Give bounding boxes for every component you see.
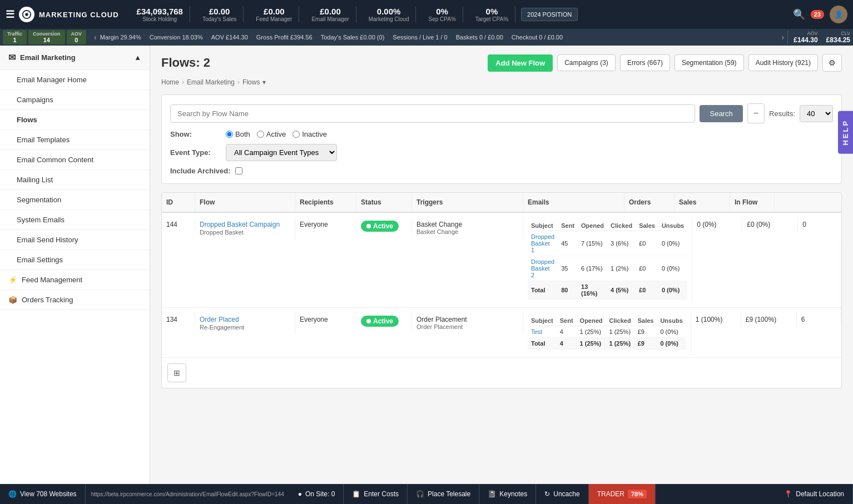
flow-134-in-flow: 6 bbox=[797, 312, 841, 327]
errors-button[interactable]: Errors (667) bbox=[620, 54, 670, 71]
sidebar-item-email-settings[interactable]: Email Settings bbox=[0, 250, 150, 270]
breadcrumb-home[interactable]: Home bbox=[161, 78, 179, 86]
sidebar-item-campaigns[interactable]: Campaigns bbox=[0, 90, 150, 110]
status-view-websites[interactable]: 🌐 View 708 Websites bbox=[0, 484, 86, 504]
sidebar-item-flows[interactable]: Flows bbox=[0, 110, 150, 130]
traffic-badge: Traffic 1 bbox=[3, 30, 27, 44]
campaigns-button[interactable]: Campaigns (3) bbox=[557, 54, 616, 71]
show-both-text: Both bbox=[235, 130, 250, 138]
sidebar-item-system-emails[interactable]: System Emails bbox=[0, 210, 150, 230]
event-type-label: Event Type: bbox=[170, 148, 215, 157]
th-orders: Orders bbox=[624, 193, 675, 212]
emails-table-144: Subject Sent Opened Clicked Sales Unsubs… bbox=[528, 221, 687, 300]
page-header: Flows: 2 Add New Flow Campaigns (3) Erro… bbox=[161, 54, 842, 72]
position-button[interactable]: 2024 POSITION bbox=[521, 8, 578, 21]
sidebar-item-email-send-history[interactable]: Email Send History bbox=[0, 230, 150, 250]
results-label: Results: bbox=[769, 109, 795, 118]
status-default-location[interactable]: 📍 Default Location bbox=[776, 484, 853, 504]
email-subject-144-1[interactable]: Dropped Basket 2 bbox=[528, 256, 558, 281]
grid-view-button[interactable]: ⊞ bbox=[167, 363, 186, 382]
status-bar-url: https://beta.irpcommerce.com/Administrat… bbox=[86, 491, 290, 497]
audit-history-button[interactable]: Audit History (921) bbox=[748, 54, 818, 71]
flow-134-link[interactable]: Order Placed bbox=[200, 316, 239, 323]
flow-144-status-badge: Active bbox=[361, 221, 399, 232]
breadcrumb-sep1: › bbox=[182, 78, 184, 86]
breadcrumb-email-marketing[interactable]: Email Marketing bbox=[187, 78, 235, 86]
help-panel[interactable]: HELP bbox=[838, 111, 853, 154]
avatar[interactable]: 👤 bbox=[830, 6, 847, 23]
status-keynotes[interactable]: 📓 Keynotes bbox=[479, 484, 536, 504]
segmentation-button[interactable]: Segmentation (59) bbox=[675, 54, 744, 71]
default-location-text: Default Location bbox=[796, 490, 844, 498]
logo-icon bbox=[19, 7, 34, 22]
email-subject-144-0[interactable]: Dropped Basket 1 bbox=[528, 231, 558, 256]
flow-134-recipients: Everyone bbox=[295, 312, 356, 327]
flow-144-link[interactable]: Dropped Basket Campaign bbox=[200, 221, 280, 228]
sidebar-item-mailing-list[interactable]: Mailing List bbox=[0, 170, 150, 190]
breadcrumb: Home › Email Marketing › Flows ▾ bbox=[161, 78, 842, 86]
sidebar-item-orders-tracking[interactable]: 📦 Orders Tracking bbox=[0, 290, 150, 310]
show-both-radio[interactable] bbox=[226, 131, 233, 138]
emails-134-body: Test 4 1 (25%) 1 (25%) £9 0 (0%) Total 4… bbox=[528, 326, 686, 350]
email-subject-134-0[interactable]: Test bbox=[528, 326, 557, 338]
collapse-button[interactable]: − bbox=[747, 103, 765, 123]
status-trader[interactable]: TRADER 78% bbox=[589, 484, 656, 504]
show-active-label[interactable]: Active bbox=[257, 130, 286, 138]
ticker-item: Checkout 0 / £0.00 bbox=[512, 34, 563, 41]
stock-holding-label: Stock Holding bbox=[137, 16, 183, 22]
search-icon[interactable]: 🔍 bbox=[793, 8, 805, 21]
app-logo[interactable]: ☰ MARKETING CLOUD bbox=[6, 7, 119, 22]
th-actions bbox=[775, 193, 841, 212]
flow-row-144: 144 Dropped Basket Campaign Dropped Bask… bbox=[162, 213, 841, 308]
ticker-next-button[interactable]: › bbox=[778, 33, 788, 42]
eh-unsubs: Unsubs bbox=[658, 221, 687, 231]
marketing-cloud-value: 0.00% bbox=[369, 7, 409, 16]
show-active-radio[interactable] bbox=[257, 131, 264, 138]
results-select[interactable]: 40 20 100 bbox=[800, 105, 833, 122]
add-new-flow-button[interactable]: Add New Flow bbox=[488, 54, 553, 72]
email-opened-144-0: 7 (15%) bbox=[578, 231, 607, 256]
ticker-prev-button[interactable]: ‹ bbox=[91, 33, 100, 42]
status-enter-costs[interactable]: 📋 Enter Costs bbox=[344, 484, 408, 504]
th-flow: Flow bbox=[195, 193, 295, 212]
email-sent-144-0: 45 bbox=[558, 231, 578, 256]
sidebar-item-segmentation[interactable]: Segmentation bbox=[0, 190, 150, 210]
email-unsubs-134-0: 0 (0%) bbox=[657, 326, 686, 338]
search-button[interactable]: Search bbox=[700, 105, 742, 122]
show-inactive-radio[interactable] bbox=[292, 131, 300, 138]
th-id: ID bbox=[162, 193, 195, 212]
include-archived-checkbox[interactable] bbox=[235, 167, 242, 174]
notification-badge[interactable]: 23 bbox=[811, 10, 824, 19]
sidebar: ✉ Email Marketing ▲ Email Manager HomeCa… bbox=[0, 46, 150, 484]
flow-144-recipients: Everyone bbox=[295, 217, 356, 232]
hamburger-icon[interactable]: ☰ bbox=[6, 8, 14, 21]
flow-134-status-text: Active bbox=[373, 317, 393, 325]
stock-holding-value: £34,093,768 bbox=[137, 7, 183, 16]
aov-label: AOV bbox=[71, 31, 82, 37]
ticker-item: Sessions / Live 1 / 0 bbox=[393, 34, 447, 41]
todays-sales-stat: £0.00 Today's Sales bbox=[196, 7, 244, 22]
emails-table-134: Subject Sent Opened Clicked Sales Unsubs… bbox=[528, 316, 686, 350]
email-row-144-0: Dropped Basket 1 45 7 (15%) 3 (6%) £0 0 … bbox=[528, 231, 687, 256]
feed-manager-label: Feed Manager bbox=[256, 16, 292, 22]
sidebar-item-feed-management[interactable]: ⚡ Feed Management bbox=[0, 270, 150, 290]
status-uncache[interactable]: ↻ Uncache bbox=[536, 484, 588, 504]
show-both-label[interactable]: Both bbox=[226, 130, 250, 138]
settings-gear-button[interactable]: ⚙ bbox=[822, 54, 842, 72]
search-input[interactable] bbox=[170, 104, 695, 123]
event-type-select[interactable]: All Campaign Event TypesBasket ChangeOrd… bbox=[226, 144, 337, 161]
marketing-cloud-stat: 0.00% Marketing Cloud bbox=[362, 7, 416, 22]
sidebar-item-email-common-content[interactable]: Email Common Content bbox=[0, 150, 150, 170]
sidebar-item-email-templates[interactable]: Email Templates bbox=[0, 130, 150, 150]
show-inactive-label[interactable]: Inactive bbox=[292, 130, 327, 138]
breadcrumb-flows[interactable]: Flows bbox=[242, 78, 260, 86]
status-on-site[interactable]: ● On Site: 0 bbox=[290, 484, 344, 504]
flow-144-sub: Dropped Basket bbox=[200, 229, 244, 236]
ticker-right: AOV £144.30 CLV £834.25 bbox=[787, 31, 850, 44]
status-place-telesale[interactable]: 🎧 Place Telesale bbox=[408, 484, 479, 504]
breadcrumb-dropdown-icon[interactable]: ▾ bbox=[262, 78, 266, 86]
sidebar-item-email-manager-home[interactable]: Email Manager Home bbox=[0, 70, 150, 90]
email-marketing-header[interactable]: ✉ Email Marketing ▲ bbox=[0, 46, 150, 70]
on-site-icon: ● bbox=[298, 490, 302, 498]
ticker-item: Today's Sales £0.00 (0) bbox=[321, 34, 385, 41]
